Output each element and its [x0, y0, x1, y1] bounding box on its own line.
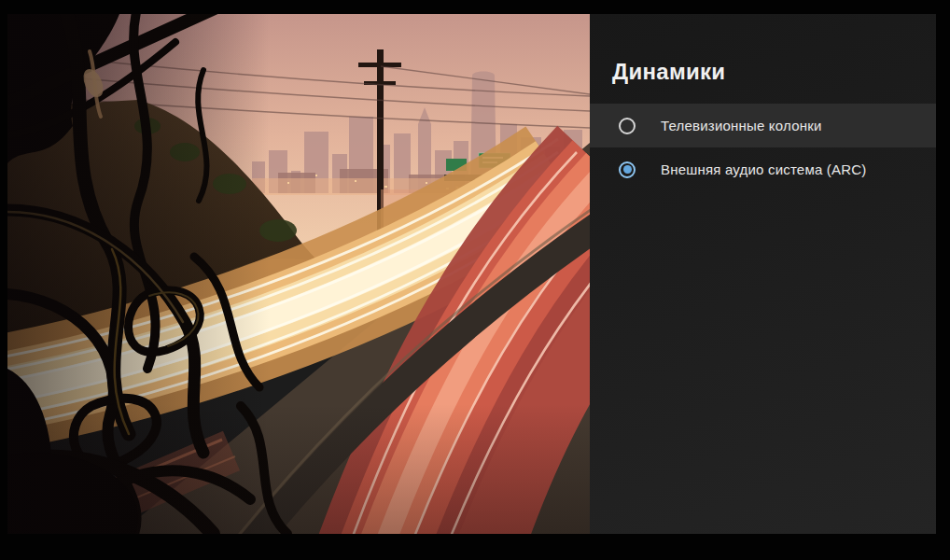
- tv-screen: Динамики Телевизионные колонки Внешняя а…: [7, 14, 936, 534]
- page-title: Динамики: [612, 59, 725, 85]
- radio-checked-icon: [619, 161, 636, 178]
- background-photo: [7, 14, 590, 534]
- tv-bezel: Динамики Телевизионные колонки Внешняя а…: [0, 0, 950, 560]
- option-external-audio-arc[interactable]: Внешняя аудио система (ARC): [590, 147, 936, 191]
- settings-panel: Динамики Телевизионные колонки Внешняя а…: [590, 14, 936, 534]
- option-label: Внешняя аудио система (ARC): [661, 161, 866, 177]
- option-tv-speakers[interactable]: Телевизионные колонки: [590, 104, 936, 147]
- radio-unchecked-icon: [619, 118, 636, 134]
- speaker-options-list: Телевизионные колонки Внешняя аудио сист…: [590, 104, 936, 191]
- highway-dusk-scene: [7, 14, 590, 534]
- option-label: Телевизионные колонки: [661, 118, 822, 133]
